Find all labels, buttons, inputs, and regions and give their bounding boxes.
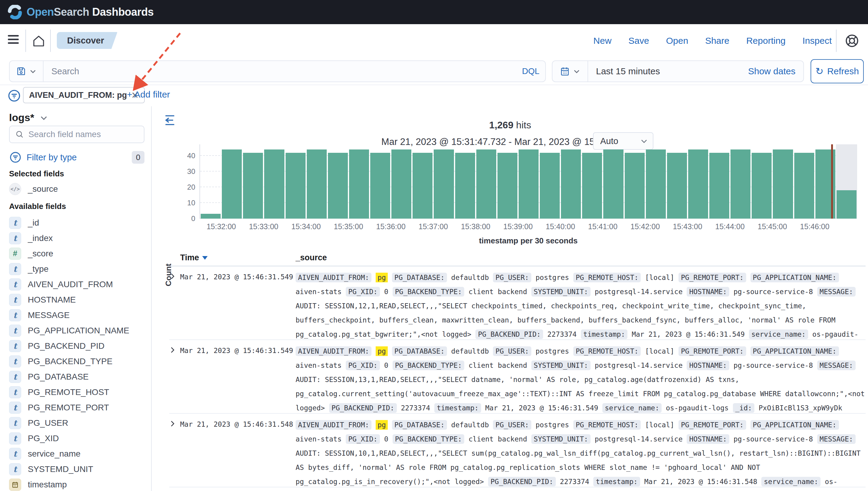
histogram-bar[interactable] [688,149,708,219]
string-type-icon: t [9,386,21,398]
source-field-badge: PG_APPLICATION_NAME: [751,420,839,430]
histogram-bar[interactable] [794,153,814,219]
inspect-button[interactable]: Inspect [803,36,832,46]
field-name: SYSTEMD_UNIT [28,464,93,474]
save-button[interactable]: Save [628,36,649,46]
field-name: _id [28,218,39,228]
field-name: MESSAGE [28,311,70,320]
reporting-button[interactable]: Reporting [746,36,786,46]
new-button[interactable]: New [593,36,612,46]
field-item-_id[interactable]: t_id [9,215,145,230]
table-row: Mar 21, 2023 @ 15:46:31.549AIVEN_AUDIT_F… [169,266,866,340]
expand-row-icon[interactable] [169,418,180,487]
search-input[interactable] [44,66,516,77]
histogram-bar[interactable] [540,153,560,219]
index-pattern-selector[interactable]: logs* [9,112,48,123]
time-range-value[interactable]: Last 15 minutes [588,66,748,77]
field-item-PG_DATABASE[interactable]: tPG_DATABASE [9,369,145,384]
filter-type-icon [9,151,22,164]
histogram-bar[interactable] [243,153,263,219]
histogram-bar[interactable] [561,149,581,219]
histogram-bar[interactable] [201,214,221,219]
histogram-bar[interactable] [370,153,390,219]
source-field-badge: timestamp: [434,403,481,413]
expand-row-icon[interactable] [169,270,180,339]
calendar-menu[interactable] [552,61,588,82]
home-icon[interactable] [31,34,46,48]
field-item-PG_XID[interactable]: tPG_XID [9,431,145,446]
chevron-down-icon [29,68,36,75]
refresh-button[interactable]: ↻ Refresh [811,59,864,83]
source-field-badge: service_name: [749,329,808,339]
collapse-sidebar-icon[interactable] [163,114,177,126]
field-search-input[interactable] [28,129,131,139]
source-field-badge: SYSTEMD_UNIT: [531,287,591,296]
histogram-bar[interactable] [773,149,793,219]
highlighted-value: pg [376,420,388,430]
saved-query-menu[interactable] [10,61,44,82]
histogram-bar[interactable] [667,153,687,219]
field-item-_index[interactable]: t_index [9,230,145,246]
histogram-bar[interactable] [519,149,539,219]
field-item-MESSAGE[interactable]: tMESSAGE [9,308,145,323]
histogram-bar[interactable] [455,153,475,219]
histogram-bar[interactable] [349,149,369,219]
open-button[interactable]: Open [666,36,688,46]
histogram-bar[interactable] [476,149,496,219]
share-button[interactable]: Share [705,36,729,46]
field-item-HOSTNAME[interactable]: tHOSTNAME [9,292,145,308]
field-item-PG_REMOTE_PORT[interactable]: tPG_REMOTE_PORT [9,400,145,415]
show-dates-button[interactable]: Show dates [748,66,803,77]
chart-x-axis-label: timestamp per 30 seconds [199,236,857,246]
source-field-badge: PG_BACKEND_TYPE: [392,360,464,370]
histogram-bar[interactable] [731,149,751,219]
histogram-bar[interactable] [264,149,284,219]
divider [50,30,51,52]
add-filter-button[interactable]: + Add filter [127,89,170,99]
help-icon[interactable] [844,33,860,48]
filter-menu-icon[interactable] [7,89,21,103]
histogram-bar[interactable] [497,153,517,219]
column-header-time[interactable]: Time [180,253,296,266]
field-name: _type [28,264,49,274]
fields-sidebar: logs* Filter by type 0 Selected fields <… [0,106,152,491]
dql-toggle[interactable]: DQL [516,66,545,76]
histogram-bar[interactable] [434,149,454,219]
histogram-bar[interactable] [307,149,327,219]
field-item-PG_BACKEND_PID[interactable]: tPG_BACKEND_PID [9,338,145,354]
filter-by-type[interactable]: Filter by type 0 [9,151,144,164]
opensearch-logo[interactable]: OpenSearchDashboards [8,5,154,19]
histogram-bar[interactable] [603,149,623,219]
field-item-PG_BACKEND_TYPE[interactable]: tPG_BACKEND_TYPE [9,354,145,369]
histogram-bar[interactable] [412,153,433,219]
field-item-SYSTEMD_UNIT[interactable]: tSYSTEMD_UNIT [9,461,145,477]
field-item-PG_REMOTE_HOST[interactable]: tPG_REMOTE_HOST [9,384,145,400]
menu-icon[interactable] [8,35,19,44]
filter-pill-aiven-audit-from[interactable]: AIVEN_AUDIT_FROM: pg ✕ [23,87,145,103]
breadcrumb-discover[interactable]: Discover [57,32,117,49]
histogram-bar[interactable] [752,153,771,219]
source-field-badge: PG_BACKEND_PID: [488,477,556,487]
field-item-_source[interactable]: </>_source [9,181,145,197]
histogram-bar[interactable] [646,149,666,219]
source-field-badge: HOSTNAME: [687,434,729,444]
histogram-bar[interactable] [328,153,348,219]
histogram-bar[interactable] [391,149,411,219]
histogram-bar[interactable] [582,153,602,219]
field-item-PG_APPLICATION_NAME[interactable]: tPG_APPLICATION_NAME [9,323,145,338]
field-item-PG_USER[interactable]: tPG_USER [9,415,145,431]
histogram-bar[interactable] [837,190,857,219]
histogram-bar[interactable] [286,153,305,219]
field-item-_score[interactable]: #_score [9,246,145,261]
field-item-service_name[interactable]: tservice_name [9,446,145,461]
field-item-_type[interactable]: t_type [9,261,145,277]
histogram-bar[interactable] [709,153,729,219]
field-item-timestamp[interactable]: timestamp [9,477,145,491]
highlighted-value: pg [376,346,388,356]
field-name: PG_REMOTE_PORT [28,403,109,412]
expand-row-icon[interactable] [169,344,180,413]
histogram-bar[interactable] [222,149,242,219]
histogram-chart[interactable]: 01020304015:32:0015:33:0015:34:0015:35:0… [199,144,857,219]
histogram-bar[interactable] [625,153,645,219]
field-item-AIVEN_AUDIT_FROM[interactable]: tAIVEN_AUDIT_FROM [9,277,145,292]
